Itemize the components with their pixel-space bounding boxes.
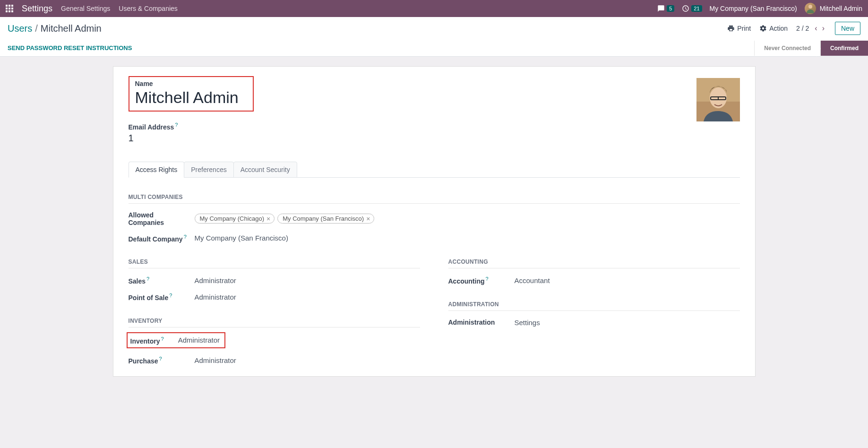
purchase-value[interactable]: Administrator bbox=[195, 356, 236, 364]
help-icon[interactable]: ? bbox=[169, 293, 172, 298]
apps-icon[interactable] bbox=[6, 5, 13, 12]
status-bar: Never Connected Confirmed bbox=[754, 41, 868, 56]
allowed-companies-label: Allowed Companies bbox=[129, 211, 190, 226]
print-button[interactable]: Print bbox=[727, 25, 751, 32]
status-confirmed[interactable]: Confirmed bbox=[820, 41, 868, 56]
action-button[interactable]: Action bbox=[759, 25, 788, 32]
section-sales: Sales bbox=[129, 258, 420, 268]
name-value[interactable]: Mitchell Admin bbox=[135, 88, 239, 107]
user-name: Mitchell Admin bbox=[820, 5, 862, 12]
pager-prev[interactable]: ‹ bbox=[813, 24, 819, 33]
tab-preferences[interactable]: Preferences bbox=[184, 162, 233, 178]
pos-value[interactable]: Administrator bbox=[195, 293, 236, 301]
send-password-reset-button[interactable]: Send Password Reset Instructions bbox=[0, 40, 139, 56]
accounting-label: Accounting? bbox=[448, 276, 510, 285]
sales-label: Sales? bbox=[129, 276, 190, 285]
purchase-label: Purchase? bbox=[129, 356, 190, 365]
user-menu[interactable]: Mitchell Admin bbox=[805, 3, 862, 14]
tab-access-rights[interactable]: Access Rights bbox=[129, 162, 185, 178]
company-tag: My Company (San Francisco) × bbox=[277, 214, 374, 224]
print-icon bbox=[727, 25, 735, 32]
gear-icon bbox=[759, 25, 767, 32]
form-tabs: Access Rights Preferences Account Securi… bbox=[129, 162, 740, 178]
app-title: Settings bbox=[22, 4, 52, 14]
name-label: Name bbox=[135, 80, 239, 87]
control-panel: Users / Mitchell Admin Print Action 2 / … bbox=[0, 17, 868, 57]
help-icon[interactable]: ? bbox=[184, 234, 187, 240]
chat-icon bbox=[657, 5, 665, 12]
chat-count: 5 bbox=[667, 5, 674, 12]
inventory-field-highlighted: Inventory? Administrator bbox=[127, 332, 226, 349]
topbar: Settings General Settings Users & Compan… bbox=[0, 0, 868, 17]
status-never-connected[interactable]: Never Connected bbox=[754, 41, 820, 56]
section-inventory: Inventory bbox=[129, 318, 420, 327]
company-switcher[interactable]: My Company (San Francisco) bbox=[710, 5, 797, 12]
administration-value[interactable]: Settings bbox=[515, 319, 540, 327]
help-icon[interactable]: ? bbox=[486, 276, 489, 282]
messaging-icon[interactable]: 5 bbox=[657, 5, 674, 12]
pos-label: Point of Sale? bbox=[129, 293, 190, 302]
default-company-value[interactable]: My Company (San Francisco) bbox=[195, 234, 288, 242]
form-sheet: Name Mitchell Admin Email Address? 1 Acc… bbox=[113, 66, 756, 377]
allowed-companies-value[interactable]: My Company (Chicago) × My Company (San F… bbox=[195, 214, 375, 224]
pager: 2 / 2 ‹ › bbox=[796, 24, 826, 33]
name-field-highlighted: Name Mitchell Admin bbox=[129, 76, 254, 112]
breadcrumb-root[interactable]: Users bbox=[8, 23, 32, 34]
nav-general-settings[interactable]: General Settings bbox=[61, 5, 110, 12]
activity-icon[interactable]: 21 bbox=[682, 5, 702, 12]
user-avatar[interactable] bbox=[696, 78, 740, 121]
pager-value: 2 / 2 bbox=[796, 25, 809, 32]
email-label: Email Address bbox=[129, 123, 174, 131]
breadcrumb: Users / Mitchell Admin bbox=[8, 23, 102, 34]
help-icon[interactable]: ? bbox=[161, 336, 164, 342]
activity-count: 21 bbox=[691, 5, 702, 12]
help-icon[interactable]: ? bbox=[146, 276, 149, 282]
breadcrumb-current: Mitchell Admin bbox=[41, 23, 102, 34]
svg-point-0 bbox=[808, 5, 812, 9]
clock-icon bbox=[682, 5, 689, 12]
section-accounting: Accounting bbox=[448, 258, 740, 268]
new-button[interactable]: New bbox=[835, 22, 860, 35]
default-company-label: Default Company? bbox=[129, 234, 190, 243]
company-tag: My Company (Chicago) × bbox=[195, 214, 275, 224]
remove-tag-icon[interactable]: × bbox=[266, 215, 270, 222]
breadcrumb-separator: / bbox=[35, 23, 38, 34]
section-multi-companies: Multi Companies bbox=[129, 194, 740, 204]
pager-next[interactable]: › bbox=[820, 24, 826, 33]
email-value[interactable]: 1 bbox=[129, 133, 740, 144]
remove-tag-icon[interactable]: × bbox=[366, 215, 370, 222]
inventory-label: Inventory? bbox=[130, 336, 164, 345]
accounting-value[interactable]: Accountant bbox=[515, 276, 550, 284]
sales-value[interactable]: Administrator bbox=[195, 276, 236, 284]
help-icon[interactable]: ? bbox=[175, 122, 178, 128]
administration-label: Administration bbox=[448, 319, 510, 326]
help-icon[interactable]: ? bbox=[159, 356, 162, 362]
avatar-icon bbox=[805, 3, 816, 14]
tab-account-security[interactable]: Account Security bbox=[233, 162, 297, 178]
section-administration: Administration bbox=[448, 301, 740, 311]
nav-users-companies[interactable]: Users & Companies bbox=[119, 5, 178, 12]
inventory-value[interactable]: Administrator bbox=[178, 336, 220, 344]
